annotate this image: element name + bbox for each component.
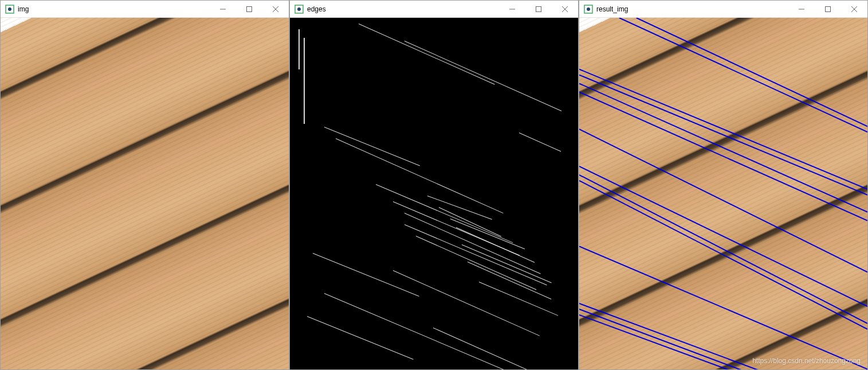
edge-segment <box>307 316 414 360</box>
edge-segment <box>427 196 492 220</box>
maximize-button[interactable] <box>236 1 262 17</box>
edge-segment <box>393 270 540 336</box>
minimize-button[interactable] <box>210 1 236 17</box>
wood-grain <box>1 18 289 369</box>
hough-line <box>579 303 802 369</box>
window-result: result_img https://blog.csdn.net/zhouzon… <box>579 0 868 370</box>
maximize-button[interactable] <box>815 1 841 17</box>
hough-line <box>579 315 773 369</box>
svg-point-4 <box>297 7 301 11</box>
window-title: result_img <box>596 5 788 13</box>
opencv-icon <box>294 5 304 14</box>
edge-segment <box>324 293 546 369</box>
opencv-icon <box>584 5 593 14</box>
close-button[interactable] <box>552 1 578 17</box>
svg-point-1 <box>8 7 11 11</box>
edge-segment <box>456 227 535 263</box>
hough-line <box>637 18 867 126</box>
hough-line <box>579 129 867 272</box>
opencv-icon <box>5 5 14 14</box>
window-controls <box>499 1 578 17</box>
svg-rect-2 <box>247 6 252 11</box>
hough-line <box>579 175 867 324</box>
hough-line <box>579 181 867 329</box>
hough-line <box>619 18 867 132</box>
svg-point-7 <box>587 7 590 11</box>
maximize-button[interactable] <box>525 1 552 17</box>
edge-segment <box>468 262 552 299</box>
edge-segment <box>479 282 558 316</box>
close-button[interactable] <box>841 1 867 17</box>
image-content <box>1 18 289 369</box>
hough-line <box>579 309 785 369</box>
window-img: img <box>0 0 289 370</box>
hough-line <box>579 246 867 369</box>
image-content: https://blog.csdn.net/zhouzongzong <box>579 18 867 369</box>
edge-segment <box>304 38 305 124</box>
window-title: edges <box>307 5 499 13</box>
window-edges: edges <box>289 0 579 370</box>
hough-line <box>579 69 867 189</box>
edge-segment <box>376 184 513 243</box>
hough-line <box>579 166 867 306</box>
edge-segment <box>404 213 541 274</box>
edges-overlay <box>290 18 578 369</box>
minimize-button[interactable] <box>499 1 525 17</box>
titlebar[interactable]: edges <box>290 1 578 18</box>
window-controls <box>788 1 867 17</box>
close-button[interactable] <box>262 1 289 17</box>
image-content <box>290 18 578 369</box>
svg-rect-8 <box>826 6 831 11</box>
edge-segment <box>359 24 495 85</box>
window-title: img <box>18 5 210 13</box>
edge-segment <box>324 127 420 166</box>
edge-segment <box>519 133 561 151</box>
window-controls <box>210 1 289 17</box>
hough-line <box>579 75 867 195</box>
hough-line <box>579 84 867 212</box>
titlebar[interactable]: img <box>1 1 289 18</box>
hough-line <box>579 92 867 220</box>
edge-segment <box>404 41 561 111</box>
titlebar[interactable]: result_img <box>579 1 867 18</box>
minimize-button[interactable] <box>788 1 815 17</box>
svg-rect-5 <box>536 6 541 11</box>
edge-segment <box>404 224 547 285</box>
edge-segment <box>299 29 300 69</box>
edge-segment <box>416 236 537 290</box>
hough-lines-overlay <box>579 18 867 369</box>
